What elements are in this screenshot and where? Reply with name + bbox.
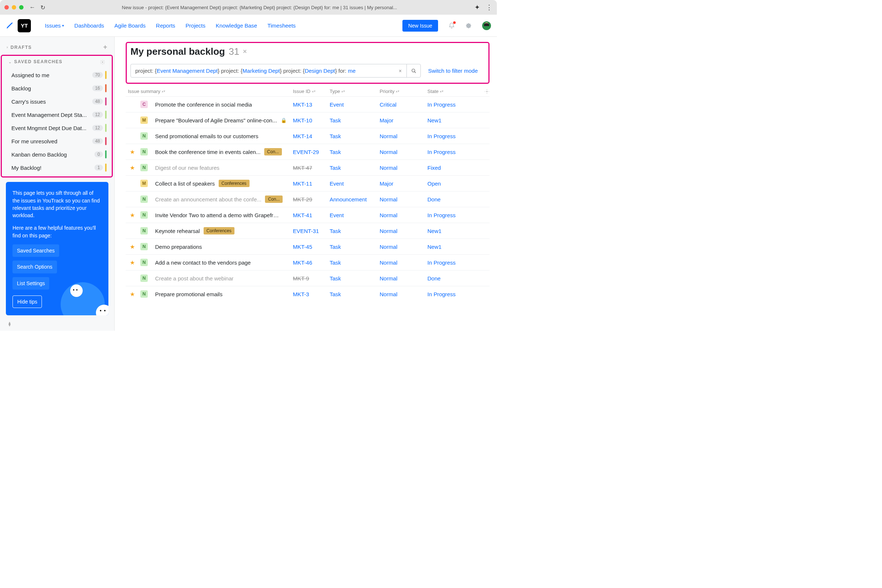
saved-search-item[interactable]: Event Mngmnt Dept Due Dat...12 (2, 121, 112, 135)
star-icon[interactable]: ★ (128, 243, 137, 250)
issue-id-link[interactable]: MKT-14 (293, 133, 312, 139)
notifications-icon[interactable] (448, 22, 455, 29)
issue-type-link[interactable]: Task (330, 165, 341, 171)
issue-priority-link[interactable]: Critical (380, 101, 396, 108)
table-row[interactable]: ★NBook the conference time in events cal… (126, 144, 489, 159)
saved-searches-tip-button[interactable]: Saved Searches (12, 244, 59, 257)
issue-state-link[interactable]: In Progress (428, 291, 456, 297)
settings-gear-icon[interactable] (465, 22, 472, 29)
nav-timesheets[interactable]: Timesheets (267, 22, 296, 28)
nav-projects[interactable]: Projects (186, 22, 206, 28)
hide-tips-button[interactable]: Hide tips (12, 296, 42, 308)
query-token-link[interactable]: Event Management Dept (156, 68, 218, 74)
saved-search-item[interactable]: For me unresolved48 (2, 135, 112, 148)
star-icon[interactable]: ★ (128, 133, 137, 140)
drafts-header[interactable]: › DRAFTS + (0, 44, 114, 51)
tag-chip[interactable]: Con... (265, 195, 283, 203)
issue-id-link[interactable]: EVENT-31 (293, 228, 319, 234)
issue-summary-text[interactable]: Demo preparations (155, 244, 202, 250)
issue-type-link[interactable]: Event (330, 101, 344, 108)
issue-priority-link[interactable]: Normal (380, 149, 397, 155)
issue-id-link[interactable]: MKT-29 (293, 196, 312, 202)
tag-chip[interactable]: Conferences (204, 227, 234, 234)
add-draft-button[interactable]: + (103, 44, 108, 51)
issue-state-link[interactable]: Fixed (428, 165, 441, 171)
saved-search-item[interactable]: Backlog16 (2, 82, 112, 95)
issue-priority-link[interactable]: Normal (380, 260, 397, 266)
saved-search-item[interactable]: Carry's issues48 (2, 95, 112, 108)
table-row[interactable]: ★NKeynote rehearsalConferencesEVENT-31Ta… (126, 223, 489, 238)
issue-state-link[interactable]: In Progress (428, 212, 456, 218)
saved-search-item[interactable]: Assigned to me70 (2, 68, 112, 82)
issue-priority-link[interactable]: Normal (380, 212, 397, 218)
col-priority[interactable]: Priority▴▾ (380, 88, 428, 94)
issue-priority-link[interactable]: Normal (380, 275, 397, 282)
issue-type-link[interactable]: Task (330, 133, 341, 139)
issue-id-link[interactable]: MKT-11 (293, 180, 312, 187)
issue-state-link[interactable]: Done (428, 275, 441, 282)
issue-state-link[interactable]: In Progress (428, 149, 456, 155)
issue-id-link[interactable]: MKT-13 (293, 101, 312, 108)
issue-type-link[interactable]: Event (330, 212, 344, 218)
saved-searches-header[interactable]: ⌄ SAVED SEARCHES (2, 59, 112, 64)
close-window-button[interactable] (4, 5, 9, 9)
youtrack-logo[interactable]: YT (18, 19, 31, 32)
issue-id-link[interactable]: MKT-9 (293, 275, 309, 282)
issue-summary-text[interactable]: Collect a list of speakers (155, 180, 215, 187)
issue-type-link[interactable]: Task (330, 228, 341, 234)
issue-summary-text[interactable]: Send promotional emails to our customers (155, 133, 258, 139)
star-icon[interactable]: ★ (128, 180, 137, 187)
nav-agile-boards[interactable]: Agile Boards (114, 22, 146, 28)
nav-issues[interactable]: Issues ▾ (45, 22, 64, 28)
search-options-tip-button[interactable]: Search Options (12, 261, 57, 273)
issue-state-link[interactable]: New1 (428, 117, 441, 123)
new-issue-button[interactable]: New Issue (402, 20, 438, 32)
issue-priority-link[interactable]: Normal (380, 291, 397, 297)
saved-searches-settings-icon[interactable] (100, 59, 105, 64)
issue-summary-text[interactable]: Add a new contact to the vendors page (155, 260, 250, 266)
table-row[interactable]: ★NAdd a new contact to the vendors pageM… (126, 254, 489, 270)
issue-type-link[interactable]: Task (330, 291, 341, 297)
issue-priority-link[interactable]: Normal (380, 133, 397, 139)
clear-search-icon[interactable]: × (394, 64, 406, 77)
star-icon[interactable]: ★ (128, 164, 137, 171)
issue-state-link[interactable]: In Progress (428, 133, 456, 139)
issue-priority-link[interactable]: Major (380, 117, 394, 123)
issue-state-link[interactable]: Done (428, 196, 441, 202)
issue-state-link[interactable]: In Progress (428, 101, 456, 108)
issue-summary-text[interactable]: Invite Vendor Two to attend a demo with … (155, 212, 280, 218)
issue-type-link[interactable]: Event (330, 180, 344, 187)
issue-id-link[interactable]: MKT-10 (293, 117, 312, 123)
issue-summary-text[interactable]: Create a post about the webinar (155, 275, 233, 282)
table-row[interactable]: ★NCreate an announcement about the confe… (126, 191, 489, 207)
issue-type-link[interactable]: Task (330, 275, 341, 282)
query-token-link[interactable]: Design Dept (304, 68, 335, 74)
issue-id-link[interactable]: EVENT-29 (293, 149, 319, 155)
table-row[interactable]: ★NPrepare promotional emailsMKT-3TaskNor… (126, 286, 489, 302)
user-avatar[interactable] (482, 21, 491, 30)
issue-id-link[interactable]: MKT-41 (293, 212, 312, 218)
col-summary[interactable]: Issue summary▴▾ (126, 88, 293, 94)
nav-reports[interactable]: Reports (156, 22, 175, 28)
table-row[interactable]: ★NDigest of our new featuresMKT-47TaskNo… (126, 159, 489, 175)
nav-knowledge-base[interactable]: Knowledge Base (216, 22, 257, 28)
tag-chip[interactable]: Conferences (219, 180, 249, 187)
reload-button[interactable]: ↻ (40, 4, 45, 11)
issue-id-link[interactable]: MKT-45 (293, 244, 312, 250)
star-icon[interactable]: ★ (128, 212, 137, 219)
maximize-window-button[interactable] (19, 5, 24, 9)
minimize-window-button[interactable] (12, 5, 16, 9)
table-row[interactable]: ★NSend promotional emails to our custome… (126, 128, 489, 144)
col-issue-id[interactable]: Issue ID▴▾ (293, 88, 330, 94)
issue-type-link[interactable]: Task (330, 244, 341, 250)
chevron-down-icon[interactable]: ⌄ (9, 60, 12, 64)
table-row[interactable]: ★NInvite Vendor Two to attend a demo wit… (126, 207, 489, 223)
star-icon[interactable]: ★ (128, 291, 137, 298)
issue-state-link[interactable]: New1 (428, 228, 441, 234)
issue-summary-text[interactable]: Create an announcement about the confe..… (155, 196, 261, 202)
table-row[interactable]: ★MPrepare "Boulevard of Agile Dreams" on… (126, 112, 489, 128)
nav-dashboards[interactable]: Dashboards (74, 22, 104, 28)
issue-summary-text[interactable]: Prepare promotional emails (155, 291, 222, 297)
table-row[interactable]: ★CPromote the conference in social media… (126, 96, 489, 112)
star-icon[interactable]: ★ (128, 259, 137, 266)
